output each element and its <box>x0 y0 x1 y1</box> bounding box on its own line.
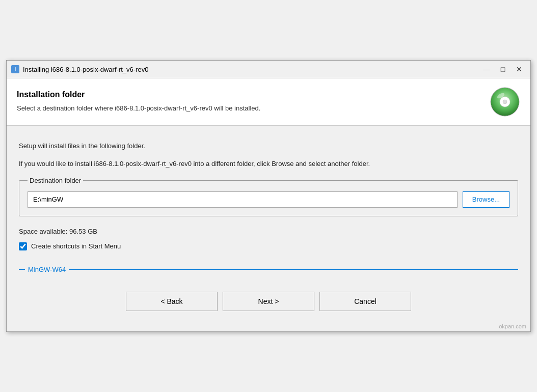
destination-input[interactable] <box>28 191 458 208</box>
title-buttons: — □ ✕ <box>479 64 526 75</box>
maximize-button[interactable]: □ <box>496 64 510 75</box>
close-button[interactable]: ✕ <box>512 64 526 75</box>
destination-folder-group: Destination folder Browse... <box>19 177 518 216</box>
installer-window: i Installing i686-8.1.0-posix-dwarf-rt_v… <box>6 60 531 332</box>
dest-group-legend: Destination folder <box>28 177 83 184</box>
header-text: Installation folder Select a destination… <box>17 90 260 114</box>
watermark: okpan.com <box>7 322 530 331</box>
shortcuts-checkbox-row: Create shortcuts in Start Menu <box>19 242 518 250</box>
dest-input-row: Browse... <box>28 191 509 208</box>
shortcuts-checkbox[interactable] <box>19 242 27 250</box>
svg-text:i: i <box>15 67 16 72</box>
cd-icon <box>490 87 520 117</box>
title-bar: i Installing i686-8.1.0-posix-dwarf-rt_v… <box>7 61 530 78</box>
cancel-button[interactable]: Cancel <box>319 292 411 311</box>
footer-buttons: < Back Next > Cancel <box>7 284 530 322</box>
installer-icon: i <box>11 65 20 74</box>
content-area: Setup will install files in the followin… <box>7 126 530 284</box>
section-label-text: MinGW-W64 <box>25 266 69 273</box>
header-title: Installation folder <box>17 90 260 99</box>
browse-button[interactable]: Browse... <box>463 191 509 208</box>
back-button[interactable]: < Back <box>126 292 218 311</box>
space-available: Space available: 96.53 GB <box>19 228 518 235</box>
next-button[interactable]: Next > <box>223 292 314 311</box>
shortcuts-label[interactable]: Create shortcuts in Start Menu <box>31 242 121 250</box>
header-description: Select a destination folder where i686-8… <box>17 103 260 114</box>
title-bar-left: i Installing i686-8.1.0-posix-dwarf-rt_v… <box>11 65 148 74</box>
minimize-button[interactable]: — <box>479 64 494 75</box>
description-2: If you would like to install i686-8.1.0-… <box>19 159 518 170</box>
description-1: Setup will install files in the followin… <box>19 141 518 152</box>
window-title: Installing i686-8.1.0-posix-dwarf-rt_v6-… <box>23 66 148 73</box>
svg-point-4 <box>503 100 507 104</box>
header-section: Installation folder Select a destination… <box>7 78 530 126</box>
section-label-bar: MinGW-W64 <box>19 266 518 273</box>
